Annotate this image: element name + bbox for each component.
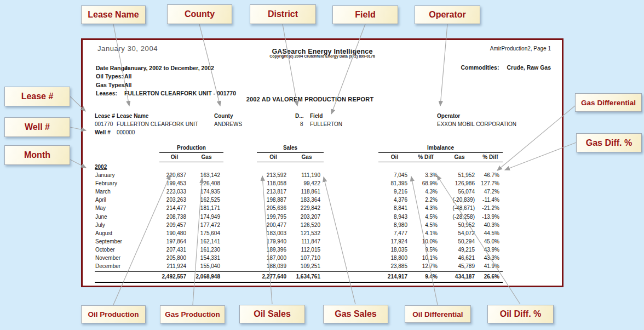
value-cell: 45,789 [441,262,478,270]
value-cell: 4.3% [411,204,441,212]
spacer-cell [223,254,257,262]
spacer-cell [324,196,378,204]
value-cell: 40.3% [478,221,503,229]
col-prod-gas: Gas [189,153,223,162]
meta-label: Oil Types: [96,72,124,81]
callout-gas-sales: Gas Sales [323,305,388,323]
month-cell: May [95,204,159,212]
spacer-cell [324,229,378,237]
value-cell: 118,861 [290,187,324,196]
value-cell: 44.5% [478,229,503,237]
field-value: FULLERTON [310,121,342,127]
spacer-cell [324,171,378,179]
table-row: December211,924155,040188,039109,25123,8… [95,262,503,270]
value-cell: 8,943 [378,213,411,221]
value-cell: 2.2% [411,196,441,204]
table-row: April203,263162,525198,887183,3644,3762.… [95,196,503,204]
value-cell: 189,396 [257,246,290,254]
value-cell: 118,058 [257,179,290,187]
callout-field: Field [332,5,398,24]
col-imb-gaspct: % Diff [478,153,503,162]
value-cell: 10.0% [411,237,441,246]
value-cell: 4,376 [378,196,411,204]
value-cell: 188,039 [257,262,290,270]
meta-gas-types: Gas Types: All [96,81,236,89]
value-cell: 56,074 [441,187,478,196]
spacer-cell [324,179,378,187]
table-row: November205,800154,331187,000107,71018,8… [95,254,503,262]
value-cell: 109,251 [290,262,324,270]
operator-header: Operator [437,113,460,119]
year-label: 2002 [95,164,107,170]
value-cell: 207,431 [159,246,189,254]
value-cell: 213,592 [257,171,290,179]
meta-value: All [124,72,236,81]
table-row: August190,480175,604183,003121,5327,4774… [95,229,503,237]
spacer-cell [223,246,257,254]
value-cell: 155,040 [189,262,223,270]
spacer-cell [324,262,378,270]
callout-label: Oil Production [88,310,139,318]
callout-oil-differential: Oil Differential [405,305,471,323]
report-commodities: Commodities:Crude, Raw Gas [461,64,551,71]
col-imb-gas: Gas [441,153,478,162]
value-cell: 54,072 [441,229,478,237]
spacer-cell [223,204,257,212]
value-cell: 211,924 [159,262,189,270]
meta-label: Gas Types: [96,81,124,89]
value-cell: 199,453 [159,179,189,187]
value-cell: 112,015 [290,246,324,254]
spacer-cell [223,187,257,196]
value-cell: -11.4% [478,196,503,204]
value-cell: 46,621 [441,254,478,262]
spacer-cell [223,237,257,246]
value-cell: 175,604 [189,229,223,237]
callout-district: District [250,4,316,24]
meta-value: All [124,81,236,89]
report-meta: Date Range: January, 2002 to December, 2… [96,64,236,98]
value-cell: 213,817 [257,187,290,196]
spacer-cell [324,237,378,246]
month-cell: June [95,213,159,221]
value-cell: 4.1% [411,229,441,237]
value-cell: -13.9% [478,213,503,221]
value-cell: 4.5% [411,221,441,229]
value-cell: 181,171 [189,204,223,212]
spacer-cell [223,221,257,229]
value-cell: 203,207 [290,213,324,221]
callout-well-number: Well # [4,117,70,137]
value-cell: 111,190 [290,171,324,179]
value-cell: 179,940 [257,237,290,246]
value-cell: 18,800 [378,254,411,262]
spacer-cell [223,179,257,187]
month-cell: November [95,254,159,262]
value-cell: 4.3% [411,187,441,196]
total-imb-oil: 214,917 [378,273,411,280]
group-production: Production [159,144,223,153]
value-cell: 205,636 [257,204,290,212]
callout-label: District [268,9,298,19]
callout-label: County [185,9,215,19]
callout-label: Well # [25,122,50,132]
callout-label: Gas Diff. % [586,138,632,148]
table-row: September197,864162,141179,940111,84717,… [95,237,503,246]
value-cell: 46.7% [478,171,503,179]
report-title: 2002 AD VALOREM PRODUCTION REPORT [83,96,537,103]
callout-label: Month [24,150,50,160]
table-row: October207,431161,230189,396112,01518,03… [95,246,503,254]
col-imb-oil: Oil [378,153,411,162]
col-prod-oil: Oil [159,153,189,162]
commodities-value: Crude, Raw Gas [507,64,551,71]
callout-gas-differential: Gas Differential [575,93,642,112]
value-cell: (-20,839) [441,196,478,204]
month-cell: July [95,221,159,229]
value-cell: 7,477 [378,229,411,237]
callout-month: Month [4,145,70,165]
total-prod-gas: 2,068,948 [189,273,223,280]
table-row: March223,033174,935213,817118,8619,2164.… [95,187,503,196]
callout-gas-diff-pct: Gas Diff. % [576,133,642,152]
col-sales-oil: Oil [257,153,290,162]
value-cell: 198,887 [257,196,290,204]
value-cell: 51,952 [441,171,478,179]
value-cell: 214,477 [159,204,189,212]
